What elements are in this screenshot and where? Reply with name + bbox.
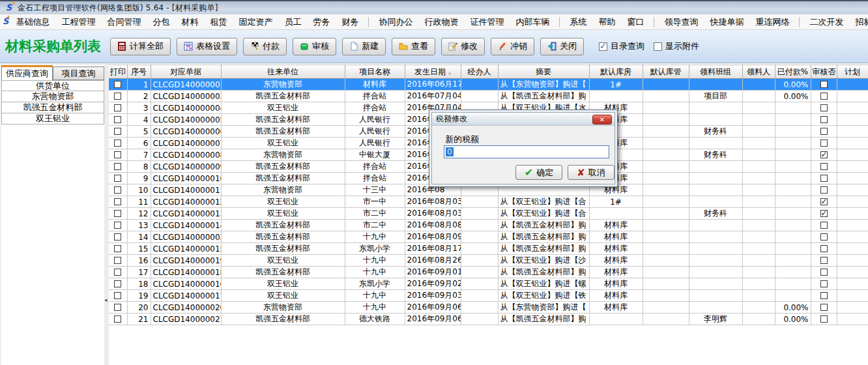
- checkbox-icon[interactable]: [654, 42, 662, 51]
- table-row[interactable]: 20CLCGD140000020东营物资部十九中2016年09月06日从【东营物…: [109, 302, 868, 314]
- col-header-audited[interactable]: 审核否: [811, 65, 837, 79]
- menu-领导查询[interactable]: 领导查询: [658, 14, 704, 30]
- audit-button[interactable]: 审核: [293, 38, 336, 55]
- table-row[interactable]: 12CLCGD140000013双王铝业市二中2016年08月03日从【双王铝业…: [109, 208, 868, 220]
- col-header-doc[interactable]: 对应单据: [151, 65, 221, 79]
- table-row[interactable]: 1CLCGD140000001东营物资部材料库2016年06月17日从【东营物资…: [109, 79, 868, 91]
- supplier-item[interactable]: 双王铝业: [2, 113, 104, 124]
- audited-checkbox[interactable]: [820, 151, 828, 158]
- audited-checkbox[interactable]: [820, 93, 828, 100]
- col-header-keeper[interactable]: 默认库管: [643, 65, 689, 79]
- print-checkbox[interactable]: [114, 151, 121, 158]
- supplier-item[interactable]: 凯强五金材料部: [2, 102, 104, 113]
- print-checkbox[interactable]: [114, 81, 121, 88]
- col-header-picker[interactable]: 领料人: [742, 65, 775, 79]
- menu-财务[interactable]: 财务: [336, 14, 364, 30]
- print-checkbox[interactable]: [114, 280, 121, 287]
- print-checkbox[interactable]: [114, 257, 121, 264]
- col-header-summary[interactable]: 摘要: [498, 65, 589, 79]
- audited-checkbox[interactable]: [820, 128, 828, 135]
- print-checkbox[interactable]: [114, 245, 121, 252]
- table-row[interactable]: 15CLCGD140000015凯强五金材料部东凯小学2016年08月17日从【…: [109, 243, 868, 255]
- view-button[interactable]: 查看: [392, 38, 435, 55]
- dialog-close-button[interactable]: ✕: [592, 115, 612, 124]
- checkbox-icon[interactable]: [599, 42, 607, 51]
- audited-checkbox[interactable]: [820, 233, 828, 241]
- print-checkbox[interactable]: [114, 222, 121, 229]
- print-checkbox[interactable]: [114, 128, 121, 135]
- table-row[interactable]: 18CLCGD140000016双王铝业东凯小学2016年09月02日从【双王铝…: [109, 278, 868, 290]
- close-button[interactable]: 关闭: [540, 38, 584, 55]
- audited-checkbox[interactable]: [820, 116, 828, 123]
- col-header-extra[interactable]: 计划: [837, 65, 868, 79]
- splitter-collapse-icon[interactable]: ◂: [104, 297, 108, 303]
- print-checkbox[interactable]: [114, 93, 121, 100]
- table-row[interactable]: 2CLCGD140000003凯强五金材料部拌合站2016年07月04日从【凯强…: [109, 91, 868, 102]
- table-row[interactable]: 21CLCGD140000021凯强五金材料部德大铁路2016年09月06日从【…: [109, 314, 868, 325]
- col-header-warehouse[interactable]: 默认库房: [589, 65, 643, 79]
- menu-招标询价单[interactable]: 招标询价单: [849, 14, 868, 30]
- dialog-titlebar[interactable]: 税额修改: [432, 113, 615, 126]
- audited-checkbox[interactable]: [820, 210, 828, 217]
- table-row[interactable]: 13CLCGD140000014凯强五金材料部市二中2016年08月08日从【凯…: [109, 220, 868, 231]
- new-tax-input[interactable]: 0: [444, 145, 609, 158]
- audited-checkbox[interactable]: [820, 175, 828, 182]
- cancel-button[interactable]: ✘ 取消: [568, 165, 615, 180]
- menu-工程管理[interactable]: 工程管理: [55, 14, 101, 30]
- print-checkbox[interactable]: [114, 210, 121, 217]
- audited-checkbox[interactable]: [820, 245, 828, 252]
- calc-all-button[interactable]: 计算全部: [110, 38, 171, 55]
- menu-快捷单据[interactable]: 快捷单据: [704, 14, 749, 30]
- menu-行政物资[interactable]: 行政物资: [418, 14, 464, 30]
- print-checkbox[interactable]: [114, 163, 121, 170]
- tab-供应商查询[interactable]: 供应商查询: [1, 65, 53, 80]
- col-header-agent[interactable]: 经办人: [461, 65, 498, 79]
- audited-checkbox[interactable]: [820, 292, 828, 299]
- print-checkbox[interactable]: [114, 139, 121, 147]
- menu-基础信息[interactable]: 基础信息: [10, 14, 55, 30]
- menu-分包[interactable]: 分包: [147, 14, 175, 30]
- menu-窗口[interactable]: 窗口: [621, 14, 650, 30]
- audited-checkbox[interactable]: [820, 139, 828, 147]
- col-header-unit[interactable]: 往来单位: [221, 65, 345, 79]
- table-row[interactable]: 16CLCGD140000019双王铝业十九中2016年08月26日从【双王铝业…: [109, 255, 868, 267]
- reverse-button[interactable]: 冲销: [491, 38, 534, 55]
- print-checkbox[interactable]: [114, 198, 121, 205]
- menu-劳务[interactable]: 劳务: [307, 14, 336, 30]
- print-checkbox[interactable]: [114, 116, 121, 123]
- ok-button[interactable]: ✔ 确定: [515, 165, 562, 180]
- menu-材料[interactable]: 材料: [175, 14, 204, 30]
- col-header-seq[interactable]: 序号: [127, 65, 151, 79]
- audited-checkbox[interactable]: [820, 104, 828, 111]
- audited-checkbox[interactable]: [820, 269, 828, 276]
- table-row[interactable]: 19CLCGD140000017双王铝业十九中2016年09月03日从【双王铝业…: [109, 290, 868, 302]
- table-row[interactable]: 14CLCGD140000002凯强五金材料部十九中2016年08月09日从【凯…: [109, 231, 868, 243]
- col-header-print[interactable]: 打印: [109, 65, 127, 79]
- menu-固定资产[interactable]: 固定资产: [233, 14, 278, 30]
- table-row[interactable]: 17CLCGD140000018凯强五金材料部十九中2016年09月01日从【凯…: [109, 267, 868, 278]
- print-checkbox[interactable]: [114, 233, 121, 241]
- print-checkbox[interactable]: [114, 315, 121, 323]
- pay-button[interactable]: 付款: [243, 38, 287, 55]
- audited-checkbox[interactable]: [820, 315, 828, 323]
- print-checkbox[interactable]: [114, 186, 121, 194]
- table-settings-button[interactable]: 表格设置: [177, 38, 237, 55]
- audited-checkbox[interactable]: [820, 280, 828, 287]
- menu-证件管理[interactable]: 证件管理: [464, 14, 510, 30]
- new-button[interactable]: 新建: [342, 38, 386, 55]
- tab-项目查询[interactable]: 项目查询: [53, 66, 104, 80]
- table-row[interactable]: 11CLCGD140000012双王铝业市一中2016年08月03日从【双王铝业…: [109, 196, 868, 208]
- modify-button[interactable]: 修改: [441, 38, 485, 55]
- audited-checkbox[interactable]: [820, 81, 828, 88]
- menu-系统[interactable]: 系统: [564, 14, 592, 30]
- menu-租赁[interactable]: 租赁: [204, 14, 233, 30]
- audited-checkbox[interactable]: [820, 186, 828, 194]
- col-header-paid[interactable]: 已付款%: [775, 65, 811, 79]
- menu-协同办公[interactable]: 协同办公: [373, 14, 418, 30]
- print-checkbox[interactable]: [114, 292, 121, 299]
- audited-checkbox[interactable]: [820, 163, 828, 170]
- menu-重连网络[interactable]: 重连网络: [749, 14, 795, 30]
- menu-二次开发[interactable]: 二次开发: [803, 14, 849, 30]
- col-header-team[interactable]: 领料班组: [689, 65, 742, 79]
- audited-checkbox[interactable]: [820, 222, 828, 229]
